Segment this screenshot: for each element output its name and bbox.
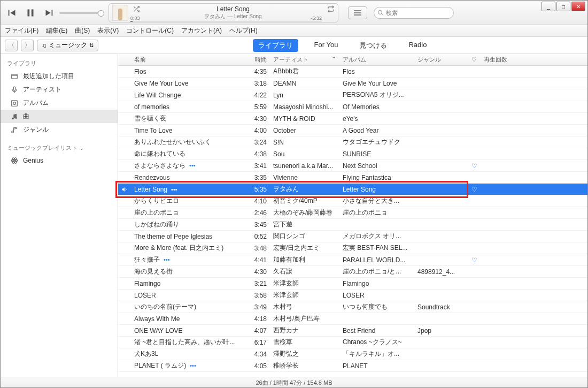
track-name: 雪を聴く夜: [131, 114, 249, 123]
menu-view[interactable]: 表示(V): [97, 26, 119, 35]
track-love[interactable]: ♡: [468, 186, 481, 193]
more-icon[interactable]: •••: [162, 256, 170, 263]
table-row[interactable]: 雪を聴く夜4:30MYTH & ROIDeYe's: [118, 113, 587, 125]
sidebar-item-label: 最近追加した項目: [23, 72, 74, 81]
col-plays[interactable]: 再生回数: [481, 56, 523, 64]
track-name: Time To Love: [131, 127, 249, 134]
track-name: of memories: [131, 103, 249, 111]
table-row[interactable]: Time To Love4:00OctoberA Good Year: [118, 125, 587, 136]
tab-browse[interactable]: 見つける: [354, 39, 392, 52]
sidebar-item-note[interactable]: 曲: [1, 110, 118, 123]
track-time: 3:58: [249, 292, 270, 299]
player-bar: Letter Song ヲタみん — Letter Song 0:03 -5:3…: [1, 1, 587, 25]
table-row[interactable]: 海の見える街4:30久石譲崖の上のポニョ/と...4898912_4...: [118, 266, 587, 278]
svg-rect-2: [13, 87, 16, 90]
table-row[interactable]: さよならさよなら •••3:41tsunenori a.k.a Mar...Ne…: [118, 160, 587, 172]
table-row[interactable]: 渚 ~君と目指した高み、愿いが叶...6:17雪桜草Chranos ~クラノス~: [118, 337, 587, 348]
sidebar-item-album[interactable]: アルバム: [1, 96, 118, 110]
table-row[interactable]: The theme of Pepe Iglesias0:52関口シンゴメガロボク…: [118, 231, 587, 242]
search-box[interactable]: [374, 7, 454, 19]
sidebar-playlist-head[interactable]: ミュージックプレイリスト ⌄: [1, 142, 118, 154]
track-artist: 久石譲: [270, 267, 339, 276]
menu-song[interactable]: 曲(S): [75, 26, 90, 35]
menu-edit[interactable]: 編集(E): [46, 26, 67, 35]
sidebar-item-mic[interactable]: アーティスト: [1, 83, 118, 96]
table-row[interactable]: Rendezvous3:35VivienneFlying Fantastica: [118, 172, 587, 184]
track-artist: Vivienne: [270, 174, 339, 181]
track-artist: S!N: [270, 139, 339, 146]
search-input[interactable]: [386, 10, 439, 16]
table-row[interactable]: PLANET ( ラムジ) •••4:05稚峤学长PLANET: [118, 360, 587, 372]
next-button[interactable]: [41, 5, 56, 20]
col-artist[interactable]: アーティスト ⌃: [270, 56, 339, 64]
sidebar-item-genius[interactable]: Genius: [1, 154, 118, 167]
table-row[interactable]: Life Will Change4:22LynPERSONA5 オリジ...: [118, 89, 587, 101]
track-name: Letter Song •••: [131, 186, 249, 193]
volume-slider[interactable]: [59, 12, 102, 14]
table-row[interactable]: Flamingo3:21米津玄師Flamingo: [118, 278, 587, 290]
menu-control[interactable]: コントロール(C): [126, 26, 174, 35]
table-row[interactable]: 崖の上のポニョ2:46大橋のぞみ/藤岡藤巻崖の上のポニョ: [118, 207, 587, 219]
elapsed-time: 0:03: [130, 16, 140, 21]
track-love[interactable]: ♡: [468, 256, 481, 264]
forward-button[interactable]: 〉: [21, 40, 34, 51]
track-album: Letter Song: [339, 186, 414, 193]
now-playing-title: Letter Song: [131, 5, 335, 13]
menu-account[interactable]: アカウント(A): [181, 26, 222, 35]
table-row[interactable]: 犬Kあ3L4:34澤野弘之「キルラキル」オ...: [118, 348, 587, 360]
table-row[interactable]: いのちの名前(テーマ)3:49木村弓いつも何度でもSoundtrack: [118, 301, 587, 313]
table-row[interactable]: ありふれたせかいせいふく3:24S!Nウタゴエチュウドク: [118, 136, 587, 148]
table-row[interactable]: 狂々撫子 •••4:41加藤有加利PARALLEL WORLD...♡: [118, 254, 587, 266]
menu-file[interactable]: ファイル(F): [5, 26, 38, 35]
track-name: Flamingo: [131, 280, 249, 287]
prev-button[interactable]: [5, 5, 20, 20]
col-time[interactable]: 時間: [249, 56, 270, 64]
table-row[interactable]: LOSER3:58米津玄師LOSER: [118, 290, 587, 301]
track-album: Of Memories: [339, 103, 414, 111]
track-album: PLANET: [339, 362, 414, 370]
pause-button[interactable]: [23, 5, 38, 20]
table-row[interactable]: Flos4:35ABbbb君Flos: [118, 66, 587, 78]
sidebar-item-recent[interactable]: 最近追加した項目: [1, 70, 118, 83]
minimize-button[interactable]: _: [541, 2, 555, 11]
progress-bar[interactable]: [130, 21, 322, 22]
track-artist: 米津玄師: [270, 291, 339, 300]
table-row[interactable]: More & More (feat. 日之内エミ)3:48宏実/日之内エミ宏実 …: [118, 242, 587, 254]
more-icon[interactable]: •••: [169, 186, 177, 193]
track-name: からくりピエロ: [131, 196, 249, 206]
table-row[interactable]: of memories5:59Masayoshi Minoshi...Of Me…: [118, 101, 587, 113]
back-button[interactable]: 〈: [5, 40, 18, 51]
table-row[interactable]: Always With Me4:18木村弓/奥户巴寿: [118, 313, 587, 325]
list-view-button[interactable]: [348, 6, 367, 19]
svg-rect-1: [12, 74, 18, 78]
track-love[interactable]: ♡: [468, 162, 481, 170]
more-icon[interactable]: •••: [188, 362, 196, 369]
col-love[interactable]: ♡: [468, 56, 481, 63]
col-album[interactable]: アルバム: [339, 56, 414, 64]
table-row[interactable]: しかばねの踊り3:45宮下遊: [118, 219, 587, 231]
table-row[interactable]: Letter Song •••5:35ヲタみんLetter Song♡: [118, 184, 587, 195]
note-icon: [10, 112, 19, 121]
more-icon[interactable]: •••: [188, 162, 196, 169]
sidebar-item-genre[interactable]: ジャンル: [1, 123, 118, 136]
media-type-selector[interactable]: ♫ ミュージック ⇅: [37, 40, 98, 51]
tab-foryou[interactable]: For You: [309, 39, 344, 52]
menu-help[interactable]: ヘルプ(H): [229, 26, 258, 35]
tab-library[interactable]: ライブラリ: [253, 39, 298, 52]
table-row[interactable]: ONE WAY LOVE4:07西野カナBest FriendJpop: [118, 325, 587, 337]
close-button[interactable]: ✕: [571, 2, 585, 11]
track-album: メガロボクス オリ...: [339, 232, 414, 241]
track-name: 狂々撫子 •••: [131, 255, 249, 264]
now-playing-subtitle: ヲタみん — Letter Song: [131, 13, 335, 20]
table-row[interactable]: 命に嫌われている4:38SouSUNRISE: [118, 148, 587, 160]
repeat-icon[interactable]: [327, 5, 335, 13]
tab-radio[interactable]: Radio: [403, 39, 432, 52]
table-row[interactable]: Give Me Your Love3:18DEAMNGive Me Your L…: [118, 78, 587, 89]
track-time: 3:21: [249, 280, 270, 287]
table-body[interactable]: Flos4:35ABbbb君FlosGive Me Your Love3:18D…: [118, 66, 587, 377]
maximize-button[interactable]: □: [556, 2, 570, 11]
svg-point-0: [378, 10, 382, 14]
table-row[interactable]: からくりピエロ4:10初音ミク/40mP小さな自分と大き...: [118, 195, 587, 207]
col-genre[interactable]: ジャンル: [414, 56, 468, 64]
col-name[interactable]: 名前: [131, 56, 249, 64]
